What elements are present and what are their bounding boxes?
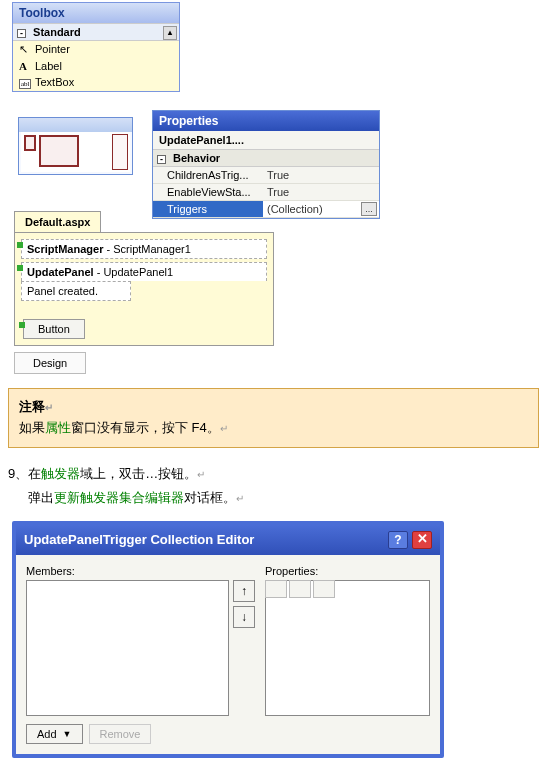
keyword: 属性 [45, 420, 71, 435]
preview-titlebar [19, 118, 132, 132]
propgrid-toolbar [265, 580, 337, 598]
arrow-down-icon: ↓ [241, 610, 247, 624]
value-text: (Collection) [267, 203, 323, 215]
preview-selection [112, 134, 128, 170]
note-header: 注释↵ [19, 397, 528, 418]
collection-editor-dialog: UpdatePanelTrigger Collection Editor ? ✕… [12, 521, 444, 758]
propgrid-button[interactable] [313, 580, 335, 598]
properties-category[interactable]: - Behavior [153, 150, 379, 167]
updatepanel-control[interactable]: UpdatePanel - UpdatePanel1 [21, 262, 267, 281]
reorder-buttons: ↑ ↓ [233, 580, 255, 716]
move-up-button[interactable]: ↑ [233, 580, 255, 602]
design-mode-tab[interactable]: Design [14, 352, 86, 374]
keyword: 更新触发器集合编辑器 [54, 490, 184, 505]
remove-button[interactable]: Remove [89, 724, 152, 744]
pointer-icon: ↖ [19, 43, 31, 56]
toolbox-item-textbox[interactable]: ablTextBox [13, 74, 179, 91]
preview-window [18, 117, 133, 175]
add-button[interactable]: Add▼ [26, 724, 83, 744]
control-type: ScriptManager [27, 243, 103, 255]
designer-view: Default.aspx ScriptManager - ScriptManag… [14, 211, 274, 346]
move-down-button[interactable]: ↓ [233, 606, 255, 628]
property-value[interactable]: True [263, 167, 379, 183]
property-name: ChildrenAsTrig... [153, 167, 263, 183]
properties-label: Properties: [265, 565, 430, 577]
alphabetical-button[interactable] [289, 580, 311, 598]
member-buttons: Add▼ Remove [26, 724, 255, 744]
properties-object[interactable]: UpdatePanel1.... [153, 131, 379, 150]
members-column: Members: ↑ ↓ Add▼ Remove [26, 565, 255, 744]
toolbox-panel: Toolbox - Standard ▴ ↖Pointer ALabel abl… [12, 2, 180, 92]
control-id: - ScriptManager1 [103, 243, 190, 255]
toolbox-items: ↖Pointer ALabel ablTextBox [13, 41, 179, 91]
preview-selection [39, 135, 79, 167]
panel-placeholder: Panel created. [21, 281, 131, 301]
preview-selection [24, 135, 36, 151]
property-row-triggers[interactable]: Triggers (Collection) ... [153, 201, 379, 218]
toolbox-title: Toolbox [13, 3, 179, 23]
help-button[interactable]: ? [388, 531, 408, 549]
categorized-button[interactable] [265, 580, 287, 598]
item-label: Label [35, 60, 62, 72]
category-label: Behavior [173, 152, 220, 164]
ellipsis-button[interactable]: ... [361, 202, 377, 216]
dialog-titlebar[interactable]: UpdatePanelTrigger Collection Editor ? ✕ [16, 525, 440, 555]
textbox-icon: abl [19, 79, 31, 89]
scroll-up-icon[interactable]: ▴ [163, 26, 177, 40]
label-icon: A [19, 60, 31, 72]
properties-column: Properties: [265, 565, 430, 744]
properties-title: Properties [153, 111, 379, 131]
category-label: Standard [33, 26, 81, 38]
preview-body [21, 132, 130, 172]
note-body: 如果属性窗口没有显示，按下 F4。↵ [19, 418, 528, 439]
collapse-icon[interactable]: - [157, 155, 166, 164]
note-box: 注释↵ 如果属性窗口没有显示，按下 F4。↵ [8, 388, 539, 448]
toolbox-item-pointer[interactable]: ↖Pointer [13, 41, 179, 58]
property-name: Triggers [153, 201, 263, 217]
control-type: UpdatePanel [27, 266, 94, 278]
dialog-body: Members: ↑ ↓ Add▼ Remove Properties: [16, 555, 440, 754]
property-grid[interactable] [265, 580, 430, 716]
file-tab[interactable]: Default.aspx [14, 211, 101, 232]
dropdown-caret-icon: ▼ [63, 729, 72, 739]
design-surface[interactable]: ScriptManager - ScriptManager1 UpdatePan… [14, 232, 274, 346]
toolbox-item-label[interactable]: ALabel [13, 58, 179, 74]
property-row[interactable]: ChildrenAsTrig... True [153, 167, 379, 184]
property-value[interactable]: True [263, 184, 379, 200]
dialog-title: UpdatePanelTrigger Collection Editor [24, 532, 388, 547]
property-row[interactable]: EnableViewSta... True [153, 184, 379, 201]
properties-panel: Properties UpdatePanel1.... - Behavior C… [152, 110, 380, 219]
property-value[interactable]: (Collection) ... [263, 201, 379, 217]
property-name: EnableViewSta... [153, 184, 263, 200]
instruction-step-9: 9、在触发器域上，双击…按钮。↵ 弹出更新触发器集合编辑器对话框。↵ [8, 462, 547, 511]
close-button[interactable]: ✕ [412, 531, 432, 549]
toolbox-category[interactable]: - Standard ▴ [13, 23, 179, 41]
item-label: Pointer [35, 43, 70, 55]
button-label: Add [37, 728, 57, 740]
keyword: 触发器 [41, 466, 80, 481]
scriptmanager-control[interactable]: ScriptManager - ScriptManager1 [21, 239, 267, 259]
control-id: - UpdatePanel1 [94, 266, 174, 278]
arrow-up-icon: ↑ [241, 584, 247, 598]
members-label: Members: [26, 565, 255, 577]
collapse-icon[interactable]: - [17, 29, 26, 38]
members-listbox[interactable] [26, 580, 229, 716]
button-control[interactable]: Button [23, 319, 85, 339]
item-label: TextBox [35, 76, 74, 88]
